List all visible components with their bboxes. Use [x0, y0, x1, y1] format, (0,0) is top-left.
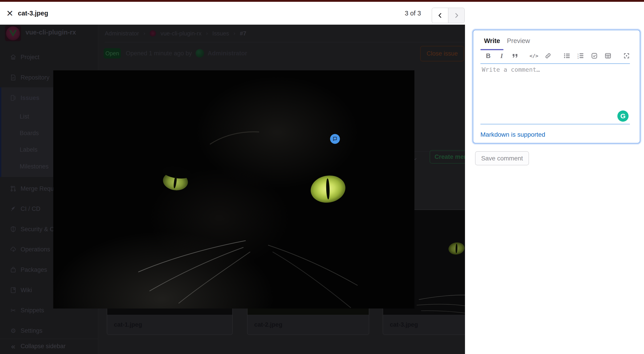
svg-text:2: 2	[578, 55, 579, 57]
close-icon[interactable]: ✕	[4, 8, 16, 19]
close-issue-button[interactable]: Close issue	[420, 46, 464, 61]
tab-write[interactable]: Write	[480, 37, 504, 45]
project-logo-icon	[6, 27, 20, 40]
attachment-filename: cat-3.jpeg	[383, 315, 465, 334]
next-image-button-disabled[interactable]	[448, 8, 464, 23]
gear-icon: ⚙	[10, 327, 16, 334]
package-icon	[10, 267, 16, 273]
breadcrumb-item-project[interactable]: vue-cli-plugin-rx	[160, 30, 202, 37]
fullscreen-icon[interactable]	[622, 51, 631, 60]
rocket-icon	[10, 206, 16, 212]
comment-bubble-icon	[332, 136, 338, 142]
lightbox-header: ✕ cat-3.jpeg 3 of 3	[0, 2, 644, 25]
attachment-filename: cat-1.jpeg	[107, 315, 232, 334]
breadcrumb-item-issues[interactable]: Issues	[212, 30, 229, 37]
collapse-icon: «	[10, 342, 16, 351]
sidebar-item-settings[interactable]: ⚙ Settings	[0, 322, 98, 339]
lightbox-image-cat-photo[interactable]	[53, 70, 414, 308]
active-tab-underline	[480, 49, 504, 50]
cloud-gear-icon	[10, 246, 16, 253]
create-merge-request-button[interactable]: Create merge request	[430, 150, 465, 163]
comment-editor-card: Write Preview B I </> 123	[473, 30, 640, 143]
table-icon[interactable]	[604, 51, 612, 60]
lightbox-filename: cat-3.jpeg	[18, 2, 48, 25]
content-divider	[105, 42, 465, 42]
tab-preview[interactable]: Preview	[506, 37, 531, 45]
project-avatar	[5, 26, 21, 41]
textarea-top-border	[480, 63, 630, 64]
breadcrumb-separator: ›	[234, 30, 236, 37]
textarea-bottom-border	[480, 124, 630, 124]
breadcrumb-item-administrator[interactable]: Administrator	[105, 30, 139, 37]
italic-icon[interactable]: I	[497, 51, 506, 60]
sidebar-project-title: vue-cli-plugin-rx	[26, 29, 76, 36]
quote-icon[interactable]	[511, 51, 520, 60]
author-avatar	[196, 49, 204, 58]
task-list-icon[interactable]	[590, 51, 599, 60]
bold-icon[interactable]: B	[484, 51, 493, 60]
collapse-sidebar-button[interactable]: « Collapse sidebar	[0, 338, 98, 354]
chevron-left-icon	[437, 13, 443, 18]
previous-image-button[interactable]	[432, 8, 448, 23]
gitlab-navbar-strip	[0, 0, 644, 2]
shield-icon	[10, 226, 16, 232]
breadcrumb-project-logo-icon	[150, 30, 156, 37]
numbered-list-icon[interactable]: 123	[576, 51, 585, 60]
breadcrumb-item-issue-number: #7	[240, 30, 246, 37]
design-comment-pin[interactable]	[330, 134, 340, 144]
scissors-icon: ✂	[10, 307, 16, 314]
markdown-supported-link[interactable]: Markdown is supported	[480, 131, 545, 138]
comment-input[interactable]	[481, 66, 629, 123]
lightbox-image-counter: 3 of 3	[396, 2, 430, 25]
document-icon	[10, 74, 16, 81]
issue-status-badge: Open	[104, 48, 121, 59]
attachment-filename: cat-2.jpeg	[248, 315, 369, 334]
app-window: vue-cli-plugin-rx Project Repository Iss…	[0, 0, 644, 354]
cat-whiskers	[53, 70, 414, 308]
save-comment-button[interactable]: Save comment	[475, 151, 529, 165]
book-icon	[10, 287, 16, 293]
breadcrumb: Administrator › vue-cli-plugin-rx › Issu…	[105, 28, 246, 39]
merge-request-icon	[10, 186, 16, 192]
svg-text:1: 1	[578, 53, 579, 55]
issue-opened-text: Opened 1 minute ago by	[126, 50, 192, 57]
link-icon[interactable]	[544, 51, 552, 60]
lightbox-navigation	[432, 8, 465, 23]
issue-author[interactable]: Administrator	[208, 50, 247, 57]
breadcrumb-separator: ›	[144, 30, 145, 37]
breadcrumb-separator: ›	[206, 30, 208, 37]
sidebar-item-project[interactable]: Project	[0, 49, 98, 65]
chevron-right-icon	[454, 13, 460, 18]
issues-icon	[10, 95, 16, 101]
home-icon	[10, 54, 16, 60]
code-icon[interactable]: </>	[530, 51, 538, 60]
issue-meta: Opened 1 minute ago by Administrator	[126, 48, 247, 59]
svg-text:3: 3	[578, 57, 579, 59]
comment-panel: Write Preview B I </> 123	[465, 25, 644, 354]
grammarly-icon[interactable]: G	[617, 110, 628, 122]
bulleted-list-icon[interactable]	[562, 51, 572, 60]
